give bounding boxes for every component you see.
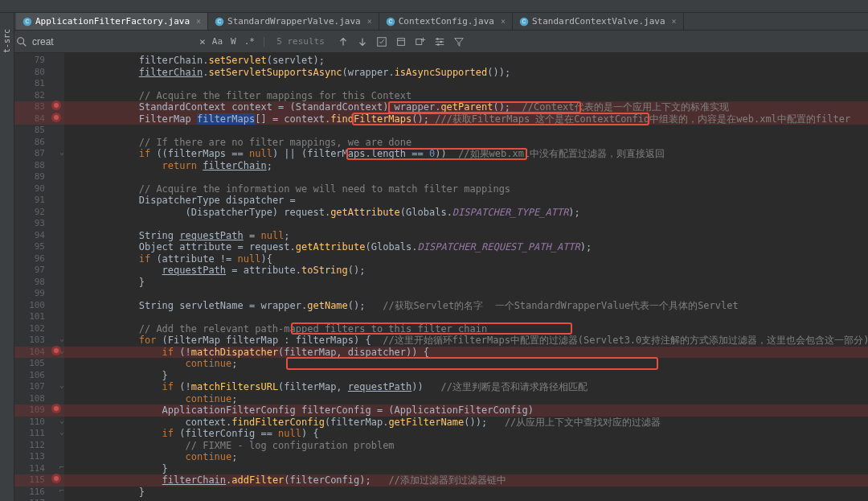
code-line[interactable]: if (filterConfig == null) { [69, 428, 868, 440]
fold-icon[interactable]: ⌄ [59, 146, 68, 158]
code-line[interactable]: DispatcherType dispatcher = [69, 195, 868, 207]
line-number[interactable]: 107 [14, 381, 50, 393]
match-opt-.*[interactable]: .* [244, 36, 255, 47]
close-icon[interactable]: × [501, 17, 506, 26]
code-line[interactable]: // FIXME - log configuration problem [69, 440, 868, 452]
fold-icon[interactable]: ⌐ [59, 462, 68, 474]
line-number[interactable]: 92 [14, 207, 50, 219]
fold-icon[interactable]: ⌐ [59, 485, 68, 497]
line-number[interactable]: 80 [14, 67, 50, 79]
code-line[interactable]: if (!matchFiltersURL(filterMap, requestP… [69, 381, 868, 393]
line-number[interactable]: 89 [14, 171, 50, 183]
code-line[interactable]: ApplicationFilterConfig filterConfig = (… [14, 404, 868, 417]
fold-icon[interactable]: ⌄ [59, 426, 68, 438]
code-line[interactable]: if (!matchDispatcher(filterMap, dispatch… [14, 347, 868, 359]
filter-icon[interactable] [453, 36, 465, 47]
tab-2[interactable]: CContextConfig.java× [379, 13, 513, 30]
code-line[interactable]: } [69, 277, 868, 289]
next-match-icon[interactable] [357, 36, 368, 47]
code-line[interactable]: // Acquire the filter mappings for this … [69, 90, 868, 102]
code-line[interactable]: if ((filterMaps == null) || (filterMaps.… [69, 148, 868, 160]
line-number[interactable]: 113 [14, 451, 50, 463]
code-line[interactable]: // If there are no filter mappings, we a… [69, 137, 868, 149]
code-line[interactable] [69, 288, 868, 300]
line-number[interactable]: 103 [14, 335, 50, 347]
tab-3[interactable]: CStandardContextValve.java× [513, 13, 684, 30]
code-line[interactable]: // Add the relevant path-mapped filters … [69, 323, 868, 335]
line-number[interactable]: 82 [14, 90, 50, 102]
line-number[interactable]: 97 [14, 265, 50, 277]
line-number[interactable]: 85 [14, 125, 50, 137]
fold-icon[interactable]: ⌄ [59, 345, 68, 357]
code-line[interactable]: // Acquire the information we will need … [69, 183, 868, 195]
tab-1[interactable]: CStandardWrapperValve.java× [208, 13, 379, 30]
new-window-icon[interactable] [395, 36, 407, 47]
line-number[interactable]: 90 [14, 183, 50, 195]
code-line[interactable] [69, 125, 868, 137]
code-line[interactable]: String requestPath = null; [69, 230, 868, 242]
line-number[interactable]: 98 [14, 277, 50, 289]
line-number[interactable]: 100 [14, 300, 50, 312]
code-line[interactable] [69, 218, 868, 230]
line-number[interactable]: 99 [14, 288, 50, 300]
code-line[interactable] [69, 78, 868, 90]
code-area[interactable]: filterChain.setServlet(servlet); filterC… [69, 53, 868, 501]
code-line[interactable] [69, 311, 868, 323]
line-number[interactable]: 86 [14, 137, 50, 149]
match-opt-w[interactable]: W [231, 36, 236, 47]
code-line[interactable]: FilterMap filterMaps[] = context.findFil… [14, 113, 868, 125]
line-number[interactable]: 110 [14, 417, 50, 429]
line-number[interactable]: 101 [14, 311, 50, 323]
line-number[interactable]: 108 [14, 393, 50, 405]
line-number[interactable]: 114 [14, 463, 50, 475]
line-number[interactable]: 96 [14, 253, 50, 265]
code-line[interactable]: if (attribute != null){ [69, 253, 868, 265]
close-icon[interactable]: × [672, 17, 677, 26]
add-sel-icon[interactable] [415, 36, 426, 47]
search-clear-icon[interactable]: × [199, 35, 206, 47]
code-line[interactable]: context.findFilterConfig(filterMap.getFi… [69, 417, 868, 429]
fold-icon[interactable]: ⌄ [59, 380, 68, 392]
fold-icon[interactable]: ⌄ [59, 415, 68, 427]
line-number[interactable]: 116 [14, 487, 50, 499]
select-all-icon[interactable] [376, 36, 387, 47]
line-number[interactable]: 112 [14, 440, 50, 452]
code-line[interactable] [69, 498, 868, 501]
code-line[interactable]: for (FilterMap filterMap : filterMaps) {… [69, 335, 868, 347]
search-input[interactable] [32, 36, 193, 47]
code-line[interactable]: } [69, 487, 868, 499]
code-line[interactable]: return filterChain; [69, 160, 868, 172]
line-number[interactable]: 88 [14, 160, 50, 172]
line-number[interactable]: 106 [14, 370, 50, 382]
code-line[interactable]: } [69, 370, 868, 382]
code-line[interactable]: String servletName = wrapper.getName(); … [69, 300, 868, 312]
line-number[interactable]: 102 [14, 323, 50, 335]
code-line[interactable] [69, 171, 868, 183]
code-line[interactable]: filterChain.addFilter(filterConfig); //添… [14, 474, 868, 487]
code-line[interactable]: filterChain.setServlet(servlet); [69, 55, 868, 67]
line-number[interactable]: 95 [14, 241, 50, 253]
line-number[interactable]: 87 [14, 148, 50, 160]
line-number[interactable]: 93 [14, 218, 50, 230]
line-number[interactable]: 105 [14, 358, 50, 370]
code-line[interactable]: (DispatcherType) request.getAttribute(Gl… [69, 207, 868, 219]
close-icon[interactable]: × [367, 17, 372, 26]
tab-0[interactable]: CApplicationFilterFactory.java× [16, 13, 208, 30]
code-editor[interactable]: 7980818283848586878889909192939495969798… [14, 53, 868, 501]
prev-match-icon[interactable] [338, 36, 349, 47]
line-number[interactable]: 111 [14, 428, 50, 440]
line-number[interactable]: 81 [14, 78, 50, 90]
code-line[interactable]: filterChain.setServletSupportsAsync(wrap… [69, 67, 868, 79]
fold-icon[interactable]: ⌄ [59, 333, 68, 345]
code-line[interactable]: continue; [69, 393, 868, 405]
side-label[interactable]: t-src [2, 29, 11, 53]
line-number[interactable]: 91 [14, 195, 50, 207]
code-line[interactable]: continue; [69, 451, 868, 463]
code-line[interactable]: requestPath = attribute.toString(); [69, 265, 868, 277]
line-number[interactable]: 94 [14, 230, 50, 242]
code-line[interactable]: continue; [69, 358, 868, 370]
code-line[interactable]: Object attribute = request.getAttribute(… [69, 241, 868, 253]
match-opt-aa[interactable]: Aa [212, 36, 223, 47]
line-number[interactable]: 79 [14, 55, 50, 67]
close-icon[interactable]: × [196, 17, 201, 26]
